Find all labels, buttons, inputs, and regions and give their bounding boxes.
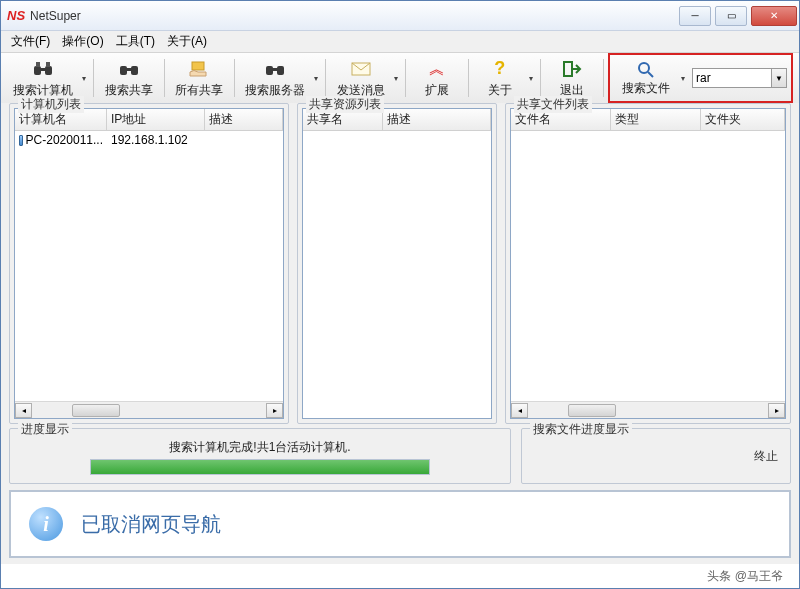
panel-file-list-legend: 共享文件列表 [514, 96, 592, 113]
cell-desc [205, 132, 283, 148]
lv-body: PC-2020011... 192.168.1.102 [15, 131, 283, 401]
computer-icon [19, 135, 23, 146]
svg-rect-0 [34, 66, 41, 75]
maximize-button[interactable]: ▭ [715, 6, 747, 26]
progress-text: 搜索计算机完成!共1台活动计算机. [18, 439, 502, 456]
scroll-left-button[interactable]: ◂ [511, 403, 528, 418]
separator [405, 59, 406, 97]
binoculars-icon [32, 58, 54, 80]
info-message: 已取消网页导航 [81, 511, 221, 538]
separator [325, 59, 326, 97]
toolbar-search-share[interactable]: 搜索共享 [98, 53, 159, 103]
h-scrollbar[interactable]: ◂ ▸ [511, 401, 785, 418]
toolbar-send-msg-dropdown[interactable] [391, 53, 400, 103]
toolbar-search-server[interactable]: 搜索服务器 [239, 53, 312, 103]
window-controls: ─ ▭ ✕ [677, 2, 799, 30]
col-file-folder[interactable]: 文件夹 [701, 109, 785, 130]
svg-rect-8 [192, 62, 204, 70]
stop-button[interactable]: 终止 [746, 434, 786, 479]
panel-file-list: 共享文件列表 文件名 类型 文件夹 ◂ ▸ [505, 103, 791, 424]
svg-rect-4 [46, 62, 50, 67]
progress-bar-fill [91, 460, 429, 474]
panel-share-list-legend: 共享资源列表 [306, 96, 384, 113]
col-desc[interactable]: 描述 [205, 109, 283, 130]
cell-name-text: PC-2020011... [26, 133, 103, 147]
table-row[interactable]: PC-2020011... 192.168.1.102 [15, 131, 283, 149]
search-file-area: 搜索文件 ▼ [608, 53, 793, 103]
bottom-area: 进度显示 搜索计算机完成!共1台活动计算机. 搜索文件进度显示 终止 i 已取消… [1, 424, 799, 564]
svg-rect-13 [564, 62, 572, 76]
search-file-progress-panel: 搜索文件进度显示 终止 [521, 428, 791, 484]
scroll-track[interactable] [32, 403, 266, 418]
scroll-thumb[interactable] [72, 404, 120, 417]
close-button[interactable]: ✕ [751, 6, 797, 26]
separator [164, 59, 165, 97]
scroll-right-button[interactable]: ▸ [266, 403, 283, 418]
toolbar-expand[interactable]: ︽ 扩展 [410, 53, 464, 103]
panel-share-list: 共享资源列表 共享名 描述 [297, 103, 497, 424]
progress-legend: 进度显示 [18, 421, 72, 438]
toolbar: 搜索计算机 搜索共享 所有共享 搜索服务器 [1, 53, 799, 103]
share-listview[interactable]: 共享名 描述 [302, 108, 492, 419]
scroll-right-button[interactable]: ▸ [768, 403, 785, 418]
separator [93, 59, 94, 97]
svg-rect-7 [126, 68, 132, 71]
info-icon: i [29, 507, 63, 541]
col-share-desc[interactable]: 描述 [383, 109, 491, 130]
svg-rect-2 [40, 68, 46, 71]
separator [234, 59, 235, 97]
h-scrollbar[interactable]: ◂ ▸ [15, 401, 283, 418]
menu-about[interactable]: 关于(A) [161, 31, 213, 52]
menubar: 文件(F) 操作(O) 工具(T) 关于(A) [1, 31, 799, 53]
cell-name: PC-2020011... [15, 132, 107, 148]
svg-rect-1 [45, 66, 52, 75]
info-panel: i 已取消网页导航 [9, 490, 791, 558]
svg-rect-9 [266, 66, 273, 75]
computer-listview[interactable]: 计算机名 IP地址 描述 PC-2020011... 192.168.1.102… [14, 108, 284, 419]
svg-line-15 [648, 72, 653, 77]
panel-computer-list-legend: 计算机列表 [18, 96, 84, 113]
footer: 头条 @马王爷 [1, 564, 799, 588]
search-input[interactable] [692, 68, 772, 88]
toolbar-search-file-dropdown[interactable] [678, 57, 688, 99]
col-ip[interactable]: IP地址 [107, 109, 205, 130]
col-file-type[interactable]: 类型 [611, 109, 701, 130]
toolbar-all-shares-label: 所有共享 [175, 82, 223, 99]
titlebar: NS NetSuper ─ ▭ ✕ [1, 1, 799, 31]
search-input-wrapper: ▼ [692, 57, 787, 99]
lv-body [511, 131, 785, 401]
search-file-progress-legend: 搜索文件进度显示 [530, 421, 632, 438]
binoculars-icon [264, 58, 286, 80]
svg-rect-11 [272, 68, 278, 71]
exit-icon [561, 58, 583, 80]
menu-operate[interactable]: 操作(O) [56, 31, 109, 52]
cell-ip: 192.168.1.102 [107, 132, 205, 148]
panel-computer-list: 计算机列表 计算机名 IP地址 描述 PC-2020011... 192.168… [9, 103, 289, 424]
search-input-dropdown[interactable]: ▼ [772, 68, 787, 88]
toolbar-all-shares[interactable]: 所有共享 [168, 53, 229, 103]
separator [603, 59, 604, 97]
svg-rect-6 [131, 66, 138, 75]
menu-file[interactable]: 文件(F) [5, 31, 56, 52]
separator [468, 59, 469, 97]
main-panels: 计算机列表 计算机名 IP地址 描述 PC-2020011... 192.168… [1, 103, 799, 424]
scroll-left-button[interactable]: ◂ [15, 403, 32, 418]
toolbar-expand-label: 扩展 [425, 82, 449, 99]
svg-rect-3 [36, 62, 40, 67]
toolbar-search-file[interactable]: 搜索文件 [614, 57, 678, 99]
progress-row: 进度显示 搜索计算机完成!共1台活动计算机. 搜索文件进度显示 终止 [9, 428, 791, 484]
toolbar-about-label: 关于 [488, 82, 512, 99]
file-listview[interactable]: 文件名 类型 文件夹 ◂ ▸ [510, 108, 786, 419]
progress-panel: 进度显示 搜索计算机完成!共1台活动计算机. [9, 428, 511, 484]
toolbar-search-share-label: 搜索共享 [105, 82, 153, 99]
progress-bar [90, 459, 430, 475]
svg-rect-10 [277, 66, 284, 75]
separator [540, 59, 541, 97]
toolbar-search-server-label: 搜索服务器 [245, 82, 305, 99]
scroll-track[interactable] [528, 403, 768, 418]
question-icon: ? [489, 58, 511, 80]
menu-tool[interactable]: 工具(T) [110, 31, 161, 52]
window-title: NetSuper [30, 9, 81, 23]
scroll-thumb[interactable] [568, 404, 616, 417]
minimize-button[interactable]: ─ [679, 6, 711, 26]
